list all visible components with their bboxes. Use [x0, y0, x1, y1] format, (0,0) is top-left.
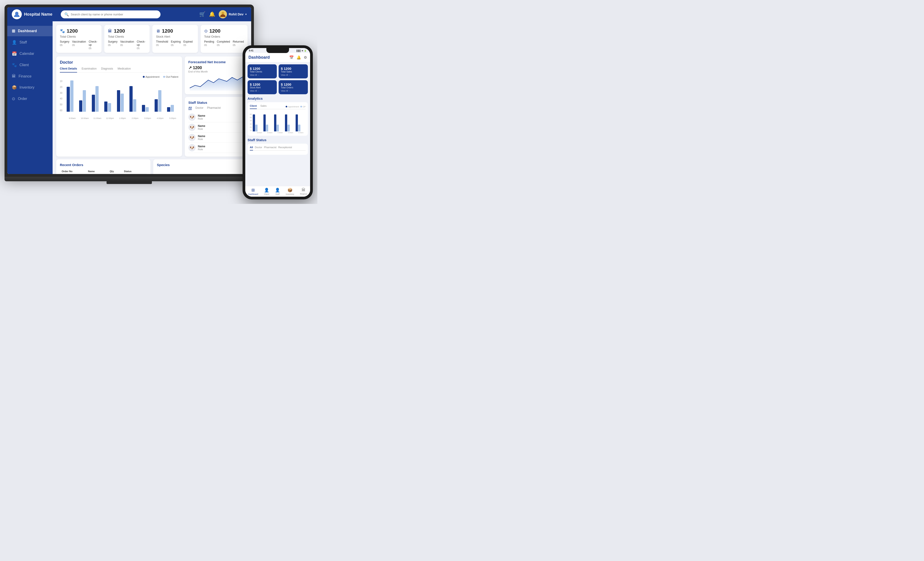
bar-dark-6 — [129, 86, 133, 112]
phone-bar-g5 — [296, 114, 306, 132]
order-icon: ⊙ — [12, 96, 15, 101]
phone-nav-inventory[interactable]: 📦 Inventory — [286, 188, 294, 195]
bar-group-7 — [142, 105, 153, 112]
phone-nav-staff[interactable]: 👤 Staff — [275, 188, 280, 195]
sidebar-item-dashboard[interactable]: ⊞ Dashboard — [7, 26, 52, 36]
tab-medication[interactable]: Medication — [118, 67, 131, 72]
phone-title: Dashboard — [249, 55, 270, 60]
content: 🐾 1200 Total Clients Surgery05 Vac — [52, 21, 251, 174]
staff-info-3: Name Role — [198, 135, 244, 141]
table-header-row: Order No Name Qty Status — [60, 169, 147, 174]
phone-staff-tab-receptionist[interactable]: Receptionist — [278, 146, 292, 150]
bar-dark-2 — [79, 100, 82, 112]
bar-light-4 — [108, 103, 111, 112]
laptop: Hospital Name 🔍 🛒 🔔 — [4, 4, 254, 190]
staff-tab-doctor[interactable]: Doctor — [195, 106, 203, 110]
stat-value-2: 1200 — [114, 28, 125, 34]
x-labels: 9:00am 10:00am 11:00am 12:00pm 1:00pm 2:… — [60, 117, 178, 120]
phone-analytics-section: Analytics Client Sales Appointment OP — [248, 97, 308, 136]
phone-staff-tab-doctor[interactable]: Doctor — [255, 146, 262, 150]
orders-title: Recent Orders — [60, 163, 147, 167]
phone-stat-link-2[interactable]: View All → — [281, 74, 306, 76]
paw-icon: 🐾 — [60, 28, 65, 33]
phone-header-icons: 📅 🔔 ⚙ — [289, 55, 307, 60]
phone-nav-dashboard[interactable]: ⊞ Dashboard — [248, 188, 258, 195]
sidebar-item-finance[interactable]: 🏛 Finance — [7, 71, 52, 81]
sidebar-item-client[interactable]: 🐾 Client — [7, 60, 52, 70]
main-layout: ⊞ Dashboard 👤 Staff 📅 Calendar 🐾 — [7, 21, 251, 174]
phone-tab-client[interactable]: Client — [250, 105, 257, 109]
chart-legend: Appointment Out Patient — [60, 75, 178, 78]
user-info[interactable]: Rohit Dev ▾ — [219, 10, 247, 18]
phone-header: Dashboard 📅 🔔 ⚙ — [245, 53, 310, 62]
phone-stat-orders: $ 1200 Total Orders View All → — [279, 80, 308, 94]
staff-tab-pharmacist[interactable]: Pharmacist — [207, 106, 220, 110]
phone-stats: $ 1200 Total Clients View All → $ 1200 T… — [248, 64, 308, 94]
col-status: Status — [122, 169, 147, 174]
stat-card-header-2: 🏛 1200 — [108, 28, 146, 34]
bar-light-1 — [70, 81, 74, 112]
sidebar-label-dashboard: Dashboard — [18, 29, 37, 33]
phone-nav-finance[interactable]: 🏛 Finance — [300, 188, 307, 195]
stat-sub-4: Pending05 Completed05 Returned05 — [204, 40, 244, 46]
phone-bars — [253, 114, 306, 132]
forecast-value: ↗ 1200 — [188, 65, 244, 70]
phone-bar-d4 — [285, 114, 287, 132]
table-row: XXXXX XXXXX XX XXXXXX — [60, 174, 147, 174]
phone-staff-tab-all[interactable]: All — [250, 146, 253, 150]
phone-calendar-icon[interactable]: 📅 — [289, 55, 294, 60]
stat-card-header-4: ⊙ 1200 — [204, 28, 244, 34]
outpatient-dot — [163, 76, 165, 78]
stat-value-4: 1200 — [210, 28, 220, 34]
legend-appointment: Appointment — [143, 75, 160, 78]
sidebar-label-calendar: Calendar — [20, 52, 34, 56]
sidebar-item-staff[interactable]: 👤 Staff — [7, 37, 52, 48]
middle-section: Doctor Client Details Examination Diagno… — [56, 57, 248, 157]
sidebar-item-order[interactable]: ⊙ Order — [7, 94, 52, 104]
finance-icon: 🏛 — [12, 74, 16, 79]
right-panels: Forecasted Net Income ↗ 1200 End of this… — [185, 57, 248, 157]
stat-sub-2: Surgery05 Vaccination05 Check-up05 — [108, 40, 146, 49]
bar-dark-8 — [154, 99, 158, 112]
stat-cards: 🐾 1200 Total Clients Surgery05 Vac — [56, 25, 248, 53]
bar-group-8 — [154, 90, 166, 112]
phone-nav-staff-icon: 👤 — [275, 188, 280, 193]
phone-legend-op-dot — [300, 106, 302, 108]
phone-gear-icon[interactable]: ⚙ — [304, 55, 307, 60]
phone-stat-link-1[interactable]: View All → — [250, 74, 274, 76]
tab-examination[interactable]: Examination — [82, 67, 97, 72]
phone-bar-g1 — [253, 114, 263, 132]
orders-table: Order No Name Qty Status XXXXX — [60, 169, 147, 174]
staff-tab-all[interactable]: All — [188, 106, 192, 110]
search-bar[interactable]: 🔍 — [61, 10, 160, 18]
staff-item-1: 🐶 Name Role — [188, 112, 244, 122]
bell-icon[interactable]: 🔔 — [209, 11, 215, 17]
tab-client-details[interactable]: Client Details — [60, 67, 77, 72]
phone-stat-link-3[interactable]: View All → — [250, 90, 274, 92]
staff-card: Staff Status All Doctor Pharmacist 🐶 — [185, 97, 248, 157]
tab-diagnosis[interactable]: Diagnosis — [101, 67, 113, 72]
header-right: 🛒 🔔 Rohit Dev ▾ — [199, 10, 247, 18]
phone-staff-tab-pharmacist[interactable]: Pharmacist — [264, 146, 276, 150]
bar-light-5 — [121, 94, 124, 112]
phone-stat-link-4[interactable]: View All → — [281, 90, 306, 92]
staff-avatar-3: 🐶 — [188, 134, 196, 141]
phone-bell-icon[interactable]: 🔔 — [297, 55, 301, 60]
bar-group-2 — [79, 90, 90, 112]
phone-tab-sales[interactable]: Sales — [261, 105, 267, 109]
sidebar-item-calendar[interactable]: 📅 Calendar — [7, 48, 52, 59]
species-card: Species — [153, 159, 248, 174]
sidebar-item-inventory[interactable]: 📦 Inventory — [7, 82, 52, 93]
chart-tabs: Client Details Examination Diagnosis Med… — [60, 67, 178, 73]
phone: 9:41 ▌▌▌ ≋ 🔋 Dashboard 📅 🔔 ⚙ $ 1200 Tota… — [243, 45, 313, 199]
phone-nav-finance-label: Finance — [300, 193, 307, 195]
phone-bottom-nav: ⊞ Dashboard 👤 Client 👤 Staff 📦 Inventory… — [245, 186, 310, 197]
user-name: Rohit Dev — [229, 12, 243, 16]
phone-nav-client[interactable]: 👤 Client — [264, 188, 269, 195]
species-pie-chart — [180, 169, 221, 174]
search-input[interactable] — [71, 13, 157, 16]
forecast-chart — [188, 75, 244, 91]
phone-bar-d3 — [274, 114, 276, 132]
y-axis: 60 50 40 30 20 10 — [60, 80, 62, 112]
cart-icon[interactable]: 🛒 — [199, 11, 206, 17]
